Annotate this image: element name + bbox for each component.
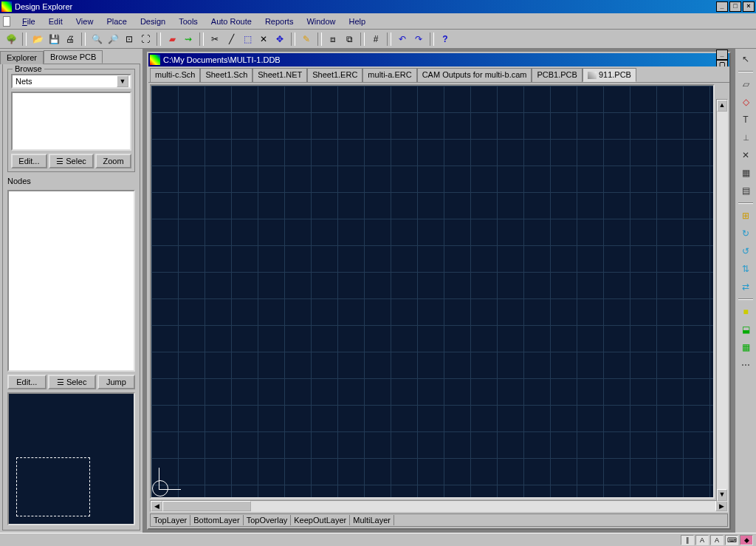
layer-topoverlay[interactable]: TopOverlay xyxy=(244,515,292,525)
tab-sheet1-sch[interactable]: Sheet1.Sch xyxy=(200,68,252,82)
menu-help[interactable]: Help xyxy=(343,16,372,27)
minimap[interactable] xyxy=(7,392,135,525)
via-tool-icon[interactable]: ✕ xyxy=(738,148,753,163)
cut-icon[interactable]: ✂ xyxy=(208,33,221,46)
zoom-region-icon[interactable]: ⛶ xyxy=(139,33,152,46)
highlight-icon[interactable]: ✎ xyxy=(300,33,313,46)
vertical-scrollbar[interactable]: ▲ ▼ xyxy=(716,99,728,502)
select-button-2[interactable]: ☰ Selec xyxy=(48,375,96,389)
layer3-icon[interactable]: ▦ xyxy=(738,340,753,355)
scroll-right-icon[interactable]: ▶ xyxy=(715,501,727,511)
tab-sheet1-net[interactable]: Sheet1.NET xyxy=(252,68,307,82)
status-box-1[interactable]: ‖ xyxy=(681,535,694,545)
system-menu-icon[interactable] xyxy=(3,16,10,27)
menu-place[interactable]: Place xyxy=(100,16,133,27)
tab-multi-c-sch[interactable]: multi-c.Sch xyxy=(150,68,200,82)
tab-explorer[interactable]: Explorer xyxy=(0,51,44,64)
pcb-grid xyxy=(151,86,713,497)
zoom-fit-icon[interactable]: ⊡ xyxy=(123,33,136,46)
open-icon[interactable]: 📂 xyxy=(31,33,44,46)
zoom-button[interactable]: Zoom xyxy=(95,154,131,168)
layer2-icon[interactable]: ⬓ xyxy=(738,322,753,337)
grid-icon[interactable]: # xyxy=(369,33,382,46)
undo-icon[interactable]: ↶ xyxy=(396,33,409,46)
nodes-listbox[interactable] xyxy=(7,190,135,372)
redo-icon[interactable]: ↷ xyxy=(412,33,425,46)
layer-keepout[interactable]: KeepOutLayer xyxy=(291,515,350,525)
rotate-cw-icon[interactable]: ↻ xyxy=(738,226,753,241)
maximize-button[interactable]: □ xyxy=(729,1,741,12)
tree-icon[interactable]: 🌳 xyxy=(4,33,18,46)
status-box-3[interactable]: A xyxy=(710,535,724,545)
fill-tool-icon[interactable]: ▦ xyxy=(738,165,753,180)
shape-tool-icon[interactable]: ▱ xyxy=(738,77,753,92)
menu-view[interactable]: View xyxy=(70,16,100,27)
tab-sheet1-erc[interactable]: Sheet1.ERC xyxy=(307,68,362,82)
browse-listbox[interactable] xyxy=(11,92,131,151)
tab-pcb1[interactable]: PCB1.PCB xyxy=(532,68,582,82)
hatch-tool-icon[interactable]: ▤ xyxy=(738,183,753,198)
edit-button[interactable]: Edit... xyxy=(11,154,47,168)
menu-design[interactable]: Design xyxy=(134,16,171,27)
pad-tool-icon[interactable]: ◇ xyxy=(738,95,753,109)
jump-button[interactable]: Jump xyxy=(97,375,135,389)
move-icon[interactable]: ✥ xyxy=(273,33,286,46)
status-box-2[interactable]: A xyxy=(695,535,709,545)
place-icon[interactable]: ▰ xyxy=(165,33,179,46)
scroll-left-icon[interactable]: ◀ xyxy=(151,501,162,511)
browse-combo[interactable]: Nets ▼ xyxy=(11,74,131,89)
help-icon[interactable]: ? xyxy=(439,33,452,46)
app-titlebar: Design Explorer _ □ × xyxy=(0,0,756,13)
scroll-up-icon[interactable]: ▲ xyxy=(717,100,727,112)
print-icon[interactable]: 🖨 xyxy=(63,33,77,46)
cursor-tool-icon[interactable]: ↖ xyxy=(738,52,753,66)
scroll-down-icon[interactable]: ▼ xyxy=(717,489,727,501)
library-icon[interactable]: ⧈ xyxy=(326,33,340,46)
menu-edit[interactable]: Edit xyxy=(43,16,69,27)
menu-tools[interactable]: Tools xyxy=(173,16,204,27)
horizontal-scrollbar[interactable]: ◀ ▶ xyxy=(150,500,728,512)
edit-button-2[interactable]: Edit... xyxy=(7,375,47,389)
tab-911-pcb[interactable]: 911.PCB xyxy=(583,68,636,82)
pcb-canvas[interactable] xyxy=(150,84,715,499)
dimension-tool-icon[interactable]: ⟂ xyxy=(738,130,753,145)
zoom-in-icon[interactable]: 🔍 xyxy=(90,33,103,46)
close-button[interactable]: × xyxy=(743,1,755,12)
menu-window[interactable]: Window xyxy=(300,16,341,27)
minimap-viewport[interactable] xyxy=(16,457,90,516)
more-icon[interactable]: ⋯ xyxy=(738,358,753,372)
layer1-icon[interactable]: ■ xyxy=(738,304,753,319)
flip-h-icon[interactable]: ⇄ xyxy=(738,279,753,294)
vscroll-track[interactable] xyxy=(717,112,727,489)
flip-v-icon[interactable]: ⇅ xyxy=(738,262,753,276)
minimize-button[interactable]: _ xyxy=(716,1,728,12)
menu-reports[interactable]: Reports xyxy=(259,16,300,27)
rotate-ccw-icon[interactable]: ↺ xyxy=(738,244,753,259)
select-icon[interactable]: ⬚ xyxy=(241,33,254,46)
menu-autoroute[interactable]: Auto Route xyxy=(205,16,258,27)
route-icon[interactable]: ⇝ xyxy=(182,33,195,46)
menu-file[interactable]: File xyxy=(16,16,41,27)
status-box-4[interactable]: ⌨ xyxy=(725,535,738,545)
array-tool-icon[interactable]: ⊞ xyxy=(738,208,753,223)
layer-tabs: TopLayer BottomLayer TopOverlay KeepOutL… xyxy=(150,513,728,527)
select-button[interactable]: ☰ Selec xyxy=(49,154,94,168)
chevron-down-icon[interactable]: ▼ xyxy=(117,75,128,87)
status-box-5[interactable]: ◆ xyxy=(740,535,753,545)
layer-multi[interactable]: MultiLayer xyxy=(350,515,394,525)
hscroll-track[interactable] xyxy=(162,501,715,511)
tab-cam-outputs[interactable]: CAM Outputs for multi-b.cam xyxy=(417,68,532,82)
text-tool-icon[interactable]: T xyxy=(738,112,753,127)
hscroll-thumb[interactable] xyxy=(162,501,251,511)
tab-browse-pcb[interactable]: Browse PCB xyxy=(44,50,103,64)
doc-minimize-button[interactable]: _ xyxy=(716,50,728,60)
layer-top[interactable]: TopLayer xyxy=(151,515,190,525)
browse-icon[interactable]: ⧉ xyxy=(343,33,356,46)
save-icon[interactable]: 💾 xyxy=(47,33,61,46)
layer-bottom[interactable]: BottomLayer xyxy=(190,515,243,525)
zoom-out-icon[interactable]: 🔎 xyxy=(106,33,120,46)
tab-multi-a-erc[interactable]: multi-a.ERC xyxy=(362,68,416,82)
deselect-icon[interactable]: ✕ xyxy=(257,33,270,46)
pcb-icon xyxy=(588,72,597,79)
line-icon[interactable]: ╱ xyxy=(224,33,238,46)
